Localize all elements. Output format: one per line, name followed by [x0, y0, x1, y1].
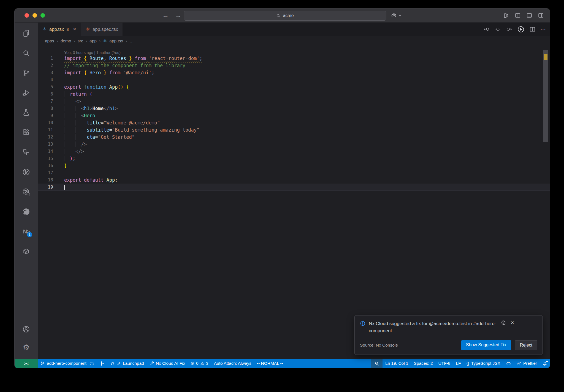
customize-layout-icon[interactable] [503, 13, 509, 18]
indentation-item[interactable]: Spaces: 2 [411, 359, 436, 368]
explorer-icon[interactable] [22, 29, 30, 37]
code-line[interactable]: 6 return ( [38, 91, 550, 98]
nx-graph-explore-icon[interactable] [22, 188, 30, 196]
line-number[interactable]: 16 [38, 162, 53, 169]
code-line[interactable]: 15 ); [38, 155, 550, 162]
code-line[interactable]: 10 title="Welcmoe @acme/demo" [38, 119, 550, 126]
code-line[interactable]: 12 cta="Get Started" [38, 134, 550, 141]
run-or-debug-icon[interactable] [517, 26, 525, 33]
extensions-icon[interactable] [22, 128, 30, 137]
line-number[interactable]: 7 [38, 98, 53, 105]
launchpad-item[interactable]: Launchpad [107, 359, 147, 368]
line-number[interactable]: 6 [38, 91, 53, 98]
code-line[interactable]: 3import { Hero } from '@acme/ui'; [38, 69, 550, 76]
close-tab-icon[interactable]: ✕ [73, 27, 77, 32]
cursor-position-item[interactable]: Ln 19, Col 1 [383, 359, 411, 368]
maximize-window-button[interactable] [40, 13, 45, 18]
source-control-icon[interactable] [22, 69, 30, 77]
show-suggested-fix-button[interactable]: Show Suggested Fix [461, 340, 511, 350]
code-line[interactable]: 1import { Route, Routes } from 'react-ro… [38, 55, 550, 62]
nx-cloud-ai-fix-item[interactable]: Nx Cloud AI Fix [147, 359, 188, 368]
nx-console-icon[interactable]: N> 1 [22, 227, 30, 236]
close-window-button[interactable] [25, 13, 29, 18]
commit-graph-item[interactable] [97, 359, 107, 368]
encoding-item[interactable]: UTF-8 [436, 359, 453, 368]
search-sidebar-icon[interactable] [22, 49, 30, 57]
line-number[interactable]: 10 [38, 119, 53, 126]
code-line[interactable]: 18export default App; [38, 176, 550, 184]
code-line[interactable]: 11 subtitle="Build something amazing tod… [38, 126, 550, 134]
line-number[interactable]: 13 [38, 141, 53, 148]
line-number[interactable]: 18 [38, 176, 53, 184]
code-line[interactable]: 7 <> [38, 98, 550, 105]
git-branch-item[interactable]: add-hero-component [38, 359, 97, 368]
remote-indicator[interactable]: >< [15, 359, 38, 368]
nav-current-icon[interactable] [495, 26, 501, 32]
vim-mode-item[interactable]: -- NORMAL -- [254, 359, 286, 368]
zoom-indicator-item[interactable] [371, 359, 383, 368]
tab-app-spec-tsx[interactable]: ⚛ app.spec.tsx [81, 23, 123, 36]
nx-targets-icon[interactable] [22, 168, 30, 176]
breadcrumb-item[interactable]: src [77, 39, 83, 43]
code-line[interactable]: 16} [38, 162, 550, 169]
history-back-button[interactable]: ← [162, 12, 169, 19]
code-line[interactable]: 17 [38, 169, 550, 176]
code-line[interactable]: 5export function App() { [38, 83, 550, 91]
breadcrumb-item[interactable]: … [129, 39, 134, 43]
toggle-panel-icon[interactable] [526, 12, 532, 18]
code-line[interactable]: 8 <h1>Home</h1> [38, 105, 550, 112]
command-center-search[interactable]: acme [184, 11, 386, 21]
line-number[interactable]: 17 [38, 169, 53, 176]
run-and-debug-icon[interactable] [22, 89, 30, 97]
tab-app-tsx[interactable]: ⚛ app.tsx 3 ✕ [38, 23, 81, 36]
breadcrumb-item[interactable]: app [90, 39, 97, 43]
code-line[interactable]: 13 /> [38, 141, 550, 148]
breadcrumb-item[interactable]: apps [45, 39, 54, 43]
breadcrumb-item[interactable]: app.tsx [109, 39, 123, 43]
settings-gear-icon[interactable]: ⚙ [22, 343, 30, 352]
code-line[interactable]: 19 [38, 184, 550, 191]
line-number[interactable]: 5 [38, 83, 53, 91]
notification-settings-gear-icon[interactable] [501, 320, 506, 325]
minimize-window-button[interactable] [32, 13, 37, 18]
account-icon[interactable] [22, 325, 30, 333]
line-number[interactable]: 9 [38, 112, 53, 119]
code-line[interactable]: 4 [38, 76, 550, 83]
line-number[interactable]: 15 [38, 155, 53, 162]
copilot-status-item[interactable] [503, 359, 514, 368]
line-number[interactable]: 12 [38, 134, 53, 141]
split-editor-icon[interactable] [529, 26, 536, 32]
reject-button[interactable]: Reject [515, 340, 537, 350]
line-number[interactable]: 8 [38, 105, 53, 112]
auto-attach-item[interactable]: Auto Attach: Always [211, 359, 254, 368]
toggle-primary-sidebar-icon[interactable] [515, 12, 521, 18]
project-structure-icon[interactable] [22, 148, 30, 156]
formatter-item[interactable]: ✓✓ Prettier [514, 359, 540, 368]
notifications-bell-item[interactable] [540, 359, 550, 368]
testing-icon[interactable] [22, 108, 30, 117]
scrollbar-thumb[interactable] [543, 50, 548, 142]
code-editor[interactable]: You, 3 hours ago | 1 author (You) 1impor… [38, 46, 550, 359]
nav-forward-icon[interactable] [506, 26, 513, 32]
language-mode-item[interactable]: {} TypeScript JSX [464, 359, 503, 368]
nav-back-icon[interactable] [483, 26, 490, 32]
line-number[interactable]: 3 [38, 69, 53, 76]
edge-browser-icon[interactable] [22, 208, 30, 216]
git-blame-lens[interactable]: You, 3 hours ago | 1 author (You) [38, 48, 550, 55]
code-line[interactable]: 14 </> [38, 148, 550, 155]
package-icon[interactable] [22, 247, 30, 255]
code-line[interactable]: 2// importing the component from the lib… [38, 62, 550, 69]
line-number[interactable]: 14 [38, 148, 53, 155]
line-number[interactable]: 4 [38, 76, 53, 83]
eol-item[interactable]: LF [453, 359, 463, 368]
more-actions-icon[interactable]: ⋯ [540, 26, 546, 32]
problems-item[interactable]: ⊘ 0 ⚠ 3 [188, 359, 211, 368]
line-number[interactable]: 1 [38, 55, 53, 62]
line-number[interactable]: 2 [38, 62, 53, 69]
toggle-secondary-sidebar-icon[interactable] [538, 12, 544, 18]
notification-close-icon[interactable]: ✕ [511, 320, 514, 325]
history-forward-button[interactable]: → [175, 12, 181, 19]
copilot-menu[interactable] [391, 9, 402, 22]
line-number[interactable]: 19 [38, 184, 53, 191]
line-number[interactable]: 11 [38, 126, 53, 134]
